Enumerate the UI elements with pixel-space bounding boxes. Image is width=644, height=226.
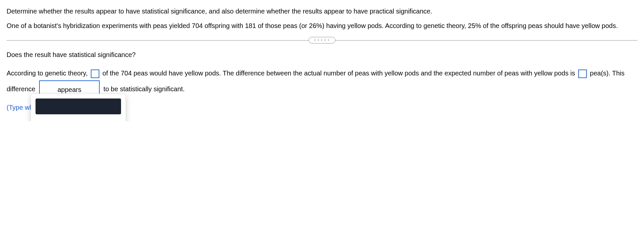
answer-text-4: to be statistically significant.	[104, 85, 185, 93]
problem-scenario: One of a botanist's hybridization experi…	[7, 21, 637, 30]
significance-dropdown: appears does not appear	[31, 94, 126, 121]
question-prompt: Does the result have statistical signifi…	[7, 50, 637, 59]
difference-input[interactable]	[578, 70, 587, 78]
answer-text-1: According to genetic theory,	[7, 70, 87, 77]
expected-count-input[interactable]	[91, 70, 99, 78]
answer-block: According to genetic theory, of the 704 …	[7, 66, 637, 115]
divider-handle[interactable]: • • • • •	[309, 37, 335, 43]
dropdown-option-appears[interactable]: appears	[36, 117, 121, 121]
answer-text-2: of the 704 peas would have yellow pods. …	[103, 70, 575, 77]
dropdown-option-blank[interactable]	[36, 99, 121, 114]
section-divider: • • • • •	[7, 37, 637, 43]
problem-instruction: Determine whether the results appear to …	[7, 7, 637, 16]
